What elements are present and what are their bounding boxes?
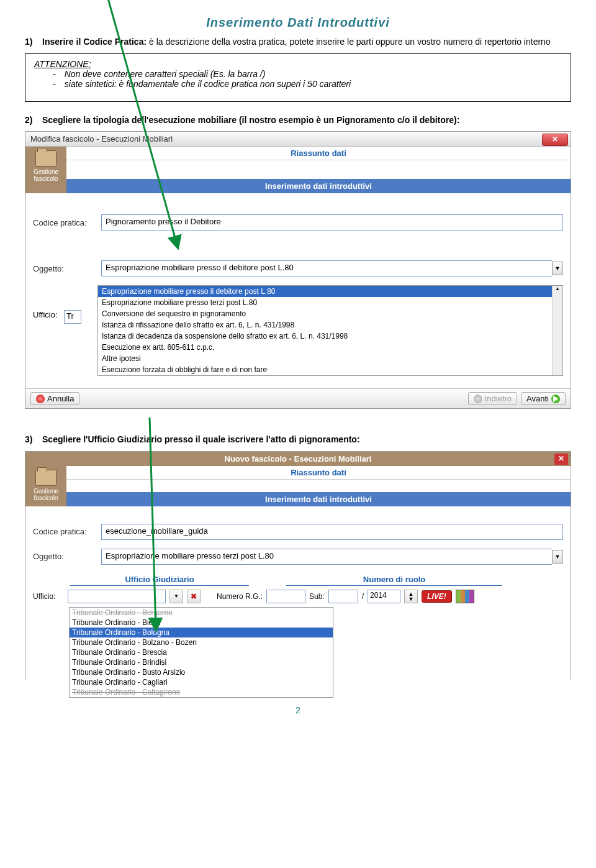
step3-paragraph: 3) Scegliere l'Ufficio Giudiziario press… — [25, 434, 571, 446]
avanti-button[interactable]: Avanti — [521, 392, 566, 405]
indietro-button[interactable]: Indietro — [468, 392, 517, 405]
dropdown-btn[interactable]: ▼ — [169, 590, 183, 603]
folder-icon[interactable] — [35, 150, 56, 167]
books-icon[interactable] — [456, 590, 474, 603]
dropdown-arrow-icon[interactable]: ▼ — [552, 262, 563, 275]
option[interactable]: Istanza di rifissazione dello sfratto ex… — [98, 319, 562, 331]
option[interactable]: Esecuzione ex artt. 605-611 c.p.c. — [98, 342, 562, 353]
step3-text: Scegliere l'Ufficio Giudiziario presso i… — [42, 434, 360, 444]
page-title: Inserimento Dati Introduttivi — [25, 16, 571, 30]
input-ufficio-2[interactable] — [68, 590, 166, 603]
window-title-text-2: Nuovo fascicolo - Esecuzioni Mobiliari — [225, 454, 372, 464]
annulla-button[interactable]: Annulla — [30, 392, 79, 405]
input-codice-1[interactable]: Pignoramento presso il Debitore — [101, 214, 563, 231]
list-item[interactable]: Tribunale Ordinario - Brindisi — [70, 657, 333, 667]
window-title-text: Modifica fascicolo - Esecuzioni Mobiliar… — [30, 134, 173, 144]
list-item[interactable]: Tribunale Ordinario - Caltagirone — [70, 687, 333, 697]
tribunale-list[interactable]: Tribunale Ordinario - Bergamo Tribunale … — [69, 607, 333, 698]
label-codice-2: Codice pratica: — [33, 527, 101, 536]
close-icon[interactable]: ✕ — [542, 134, 568, 146]
label-num-rg: Numero R.G.: — [217, 592, 263, 601]
sidebar-label: Gestione fascicolo — [27, 488, 65, 501]
cancel-icon — [36, 395, 45, 403]
folder-icon[interactable] — [35, 470, 56, 486]
option-selected[interactable]: Espropriazione mobiliare presso il debit… — [98, 286, 562, 297]
page-number: 2 — [25, 705, 571, 715]
input-codice-2[interactable]: esecuzione_mobiliare_guida — [101, 524, 563, 540]
scrollbar[interactable]: ▲ — [552, 286, 562, 375]
input-oggetto-1[interactable]: Espropriazione mobiliare presso il debit… — [101, 260, 552, 276]
option[interactable]: Altre ipotesi — [98, 353, 562, 364]
intro-text: è la descrizione della vostra pratica, p… — [149, 37, 551, 47]
list-item[interactable]: Tribunale Ordinario - Bergamo — [70, 608, 333, 618]
step-number-1: 1) — [25, 37, 32, 47]
dropdown-arrow-icon[interactable]: ▼ — [552, 550, 563, 564]
list-item-selected[interactable]: Tribunale Ordinario - Bologna — [70, 628, 333, 637]
annulla-label: Annulla — [47, 394, 74, 403]
intro-bold: Inserire il Codice Pratica: — [42, 37, 147, 47]
label-oggetto-1: Oggetto: — [33, 264, 101, 273]
step-number-2: 2) — [25, 115, 32, 125]
forward-icon — [551, 395, 560, 403]
list-item[interactable]: Tribunale Ordinario - Busto Arsizio — [70, 667, 333, 677]
step2-text: Scegliere la tipologia dell'esecuzione m… — [42, 115, 459, 125]
blue-header-2: Inserimento dati introduttivi — [66, 492, 571, 506]
slash: / — [362, 592, 364, 601]
list-item[interactable]: Tribunale Ordinario - Brescia — [70, 647, 333, 657]
riassunto-header: Riassunto dati — [66, 147, 571, 160]
clear-btn[interactable]: ✖ — [187, 590, 201, 603]
list-item[interactable]: Tribunale Ordinario - Biella — [70, 618, 333, 628]
label-sub: Sub: — [309, 592, 325, 601]
blue-header-1: Inserimento dati introduttivi — [66, 179, 571, 193]
step-number-3: 3) — [25, 434, 32, 444]
attention-bullet-2: siate sintetici: è fondamentale che il c… — [53, 79, 562, 89]
attention-box: ATTENZIONE: Non deve contenere caratteri… — [25, 53, 571, 102]
sidebar: Gestione fascicolo — [25, 466, 66, 506]
label-ufficio-2: Ufficio: — [33, 592, 64, 601]
sidebar: Gestione fascicolo — [25, 147, 66, 193]
input-sub[interactable] — [328, 590, 358, 603]
input-year[interactable]: 2014 — [368, 590, 400, 603]
option[interactable]: Istanza di decadenza da sospensione dell… — [98, 331, 562, 342]
avanti-label: Avanti — [526, 394, 549, 403]
col-numero: Numero di ruolo — [286, 573, 502, 586]
window-title-2: Nuovo fascicolo - Esecuzioni Mobiliari ✕ — [25, 452, 571, 466]
sidebar-label: Gestione fascicolo — [27, 168, 65, 182]
step2-paragraph: 2) Scegliere la tipologia dell'esecuzion… — [25, 114, 571, 127]
screenshot-1: Modifica fascicolo - Esecuzioni Mobiliar… — [25, 131, 571, 409]
year-stepper[interactable]: ▲▼ — [404, 590, 418, 603]
dropdown-oggetto[interactable]: Espropriazione mobiliare presso il debit… — [97, 285, 563, 376]
indietro-label: Indietro — [485, 394, 512, 403]
option[interactable]: Esecuzione forzata di obblighi di fare e… — [98, 364, 562, 375]
live-badge[interactable]: LIVE! — [422, 590, 452, 603]
close-icon[interactable]: ✕ — [554, 454, 568, 465]
label-oggetto-2: Oggetto: — [33, 552, 101, 561]
screenshot-2: Nuovo fascicolo - Esecuzioni Mobiliari ✕… — [25, 451, 571, 680]
attention-title: ATTENZIONE: — [34, 59, 562, 69]
riassunto-header: Riassunto dati — [66, 466, 571, 480]
option[interactable]: Conversione del sequestro in pignorament… — [98, 308, 562, 319]
col-ufficio: Ufficio Giudiziario — [70, 573, 249, 586]
option[interactable]: Espropriazione mobiliare presso terzi po… — [98, 297, 562, 308]
intro-paragraph: 1) Inserire il Codice Pratica: è la desc… — [25, 36, 571, 48]
input-num-rg[interactable] — [266, 590, 305, 603]
list-item[interactable]: Tribunale Ordinario - Cagliari — [70, 677, 333, 687]
window-title-1: Modifica fascicolo - Esecuzioni Mobiliar… — [25, 132, 571, 147]
input-oggetto-2[interactable]: Espropriazione mobiliare presso terzi po… — [101, 549, 552, 565]
label-ufficio-1: Ufficio: — [33, 285, 64, 376]
back-icon — [474, 395, 482, 403]
list-item[interactable]: Tribunale Ordinario - Bolzano - Bozen — [70, 637, 333, 647]
input-ufficio-1[interactable]: Tr — [64, 310, 81, 324]
attention-bullet-1: Non deve contenere caratteri speciali (E… — [53, 69, 562, 79]
label-codice-1: Codice pratica: — [33, 218, 101, 227]
